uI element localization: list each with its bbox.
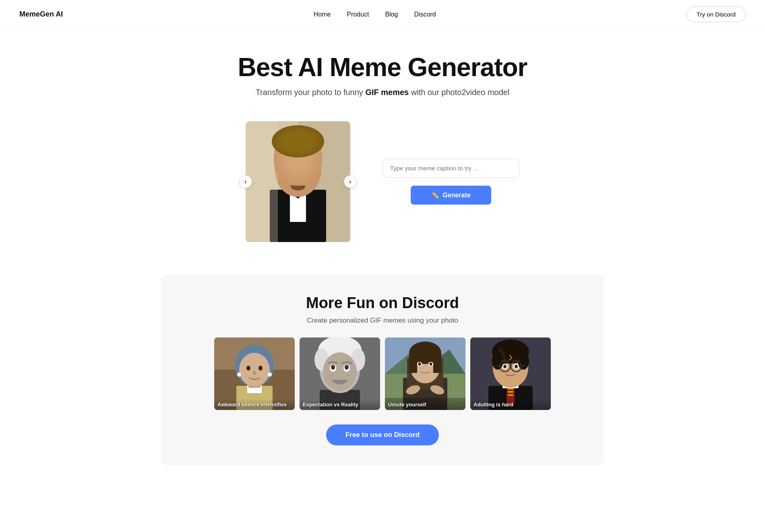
svg-point-27 bbox=[253, 371, 256, 375]
hero-subtitle: Transform your photo to funny GIF memes … bbox=[8, 88, 757, 97]
svg-point-13 bbox=[291, 182, 305, 190]
generate-label: Generate bbox=[442, 192, 470, 199]
svg-point-7 bbox=[275, 134, 321, 166]
nav-link-blog[interactable]: Blog bbox=[385, 11, 398, 18]
discord-section-title: More Fun on Discord bbox=[177, 294, 588, 312]
svg-point-26 bbox=[258, 366, 263, 371]
hero-section: Best AI Meme Generator Transform your ph… bbox=[0, 29, 765, 105]
hero-subtitle-end: with our photo2video model bbox=[409, 88, 509, 97]
nav-links: Home Product Blog Discord bbox=[314, 11, 436, 18]
svg-point-55 bbox=[418, 362, 421, 366]
demo-section: ‹ › ✏️ Generate bbox=[161, 105, 604, 266]
nav-link-discord[interactable]: Discord bbox=[414, 11, 436, 18]
meme-card-4: Adulting is hard bbox=[470, 337, 551, 410]
meme-1-caption: Awkward silence intensifies bbox=[214, 399, 295, 410]
meme-3-caption: Umute yourself bbox=[385, 399, 465, 410]
svg-point-10 bbox=[304, 164, 310, 171]
svg-point-82 bbox=[515, 365, 518, 368]
meme-4-caption: Adulting is hard bbox=[470, 399, 551, 410]
nav-logo: MemeGen AI bbox=[19, 10, 63, 19]
meme-card-1: Awkward silence intensifies bbox=[214, 337, 295, 410]
meme-card-2: Expectation vs Reality bbox=[300, 337, 380, 410]
navbar: MemeGen AI Home Product Blog Discord Try… bbox=[0, 0, 765, 29]
carousel-prev-button[interactable]: ‹ bbox=[239, 175, 252, 188]
nav-link-home[interactable]: Home bbox=[314, 11, 331, 18]
svg-point-57 bbox=[430, 362, 432, 366]
wand-icon: ✏️ bbox=[431, 191, 439, 199]
free-discord-button[interactable]: Free to use on Discord bbox=[326, 424, 439, 445]
discord-section-subtitle: Create personalized GIF memes using your… bbox=[177, 317, 588, 325]
try-on-discord-button[interactable]: Try on Discord bbox=[686, 6, 746, 22]
hero-subtitle-plain: Transform your photo to funny bbox=[256, 88, 366, 97]
svg-point-80 bbox=[503, 365, 507, 368]
generate-button[interactable]: ✏️ Generate bbox=[411, 186, 491, 205]
svg-rect-67 bbox=[508, 394, 513, 396]
hero-subtitle-bold: GIF memes bbox=[365, 88, 409, 97]
meme-grid: Awkward silence intensifies bbox=[177, 337, 588, 410]
svg-point-29 bbox=[268, 373, 272, 377]
svg-point-11 bbox=[305, 166, 308, 170]
svg-rect-52 bbox=[409, 353, 417, 373]
demo-controls: ✏️ Generate bbox=[382, 159, 519, 205]
photo-carousel: ‹ › bbox=[246, 121, 350, 242]
svg-point-25 bbox=[246, 366, 250, 371]
svg-point-38 bbox=[323, 352, 357, 391]
svg-point-24 bbox=[239, 353, 270, 387]
svg-rect-66 bbox=[508, 391, 513, 393]
svg-point-9 bbox=[288, 166, 292, 170]
svg-point-14 bbox=[279, 170, 289, 177]
discord-section: More Fun on Discord Create personalized … bbox=[161, 274, 604, 466]
svg-point-28 bbox=[237, 373, 241, 377]
person-photo bbox=[246, 121, 350, 242]
svg-point-40 bbox=[331, 365, 335, 370]
person-svg bbox=[246, 121, 350, 242]
meme-card-3: Umute yourself bbox=[385, 337, 465, 410]
meme-2-caption: Expectation vs Reality bbox=[300, 399, 380, 410]
svg-point-12 bbox=[296, 171, 300, 176]
svg-point-8 bbox=[287, 164, 293, 171]
svg-point-42 bbox=[345, 365, 349, 370]
hero-title: Best AI Meme Generator bbox=[8, 53, 757, 81]
carousel-next-button[interactable]: › bbox=[344, 175, 357, 188]
svg-point-15 bbox=[307, 170, 317, 177]
nav-link-product[interactable]: Product bbox=[347, 11, 369, 18]
caption-input[interactable] bbox=[382, 159, 519, 178]
svg-rect-53 bbox=[433, 353, 441, 373]
